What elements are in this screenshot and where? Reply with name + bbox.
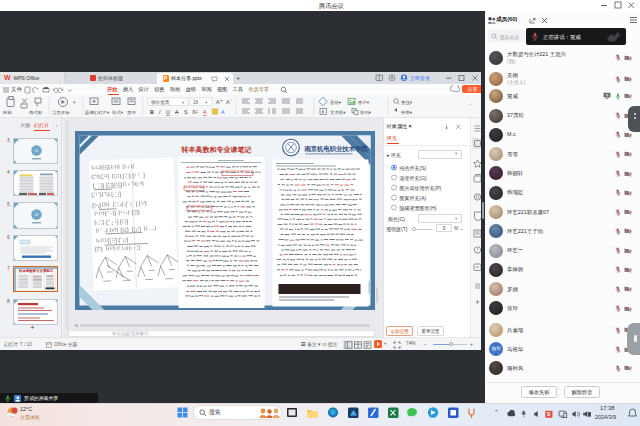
svg-text:排列▾: 排列▾ [360, 110, 372, 115]
svg-text:I: I [159, 109, 161, 115]
svg-text:转本高数和专业课笔记: 转本高数和专业课笔记 [180, 145, 251, 154]
svg-text:A: A [221, 109, 225, 115]
svg-text:S: S [184, 109, 188, 115]
svg-text:A⁻: A⁻ [226, 99, 233, 105]
svg-text:A: A [203, 109, 207, 115]
svg-text:查找▾: 查找▾ [401, 100, 413, 105]
svg-text:U: U [166, 109, 170, 115]
svg-text:南京机电职业技术学院: 南京机电职业技术学院 [303, 145, 368, 153]
svg-text:01: 01 [35, 149, 39, 153]
svg-text:形状▾: 形状▾ [330, 100, 342, 105]
svg-text:微软雅黑: 微软雅黑 [151, 99, 170, 106]
svg-text:转本高数和专业课笔记: 转本高数和专业课笔记 [19, 268, 54, 273]
svg-text:B: B [150, 109, 154, 115]
svg-text:版式▾: 版式▾ [112, 110, 124, 115]
svg-text:▾: ▾ [73, 99, 76, 105]
svg-text:文本框▾: 文本框▾ [330, 110, 346, 115]
svg-text:A: A [175, 109, 179, 115]
svg-text:新建幻灯片▾: 新建幻灯片▾ [85, 110, 110, 115]
svg-text:格式刷: 格式刷 [29, 110, 43, 115]
svg-text:替换▾: 替换▾ [401, 110, 413, 115]
svg-text:A⁺: A⁺ [216, 99, 223, 105]
svg-text:S: S [547, 411, 551, 417]
svg-text:当页开始: 当页开始 [52, 110, 70, 115]
svg-text:粘贴: 粘贴 [3, 110, 12, 115]
svg-text:⌃: ⌃ [468, 103, 473, 109]
svg-text:02: 02 [35, 213, 39, 217]
svg-text:重用: 重用 [127, 110, 136, 115]
svg-text:图片▾: 图片▾ [358, 100, 370, 105]
svg-text:18: 18 [193, 100, 199, 105]
svg-text:X²: X² [192, 109, 198, 115]
svg-text:A: A [322, 109, 325, 114]
